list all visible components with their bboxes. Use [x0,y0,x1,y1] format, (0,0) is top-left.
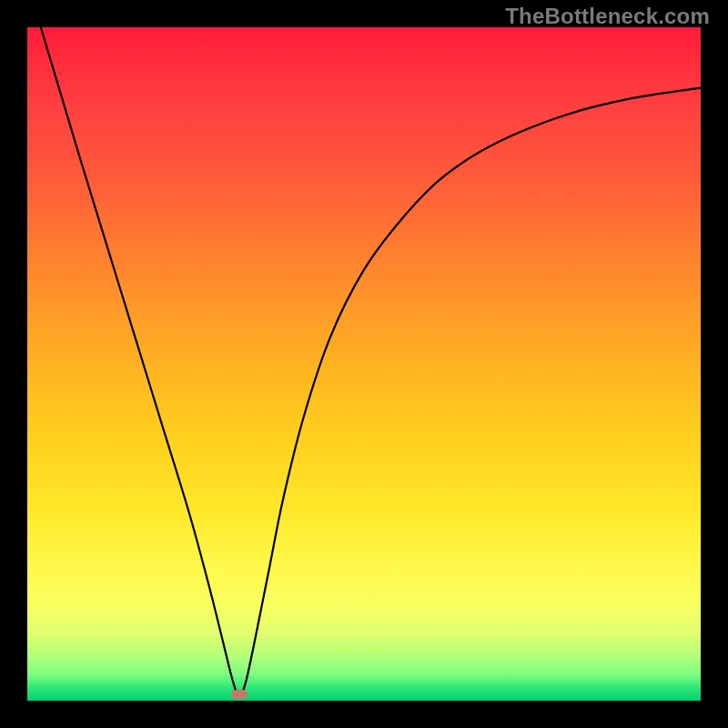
plot-area [27,27,701,701]
bottleneck-curve [27,27,701,701]
watermark-text: TheBottleneck.com [505,4,710,29]
optimal-marker [231,690,248,699]
chart-frame: TheBottleneck.com [0,0,728,728]
